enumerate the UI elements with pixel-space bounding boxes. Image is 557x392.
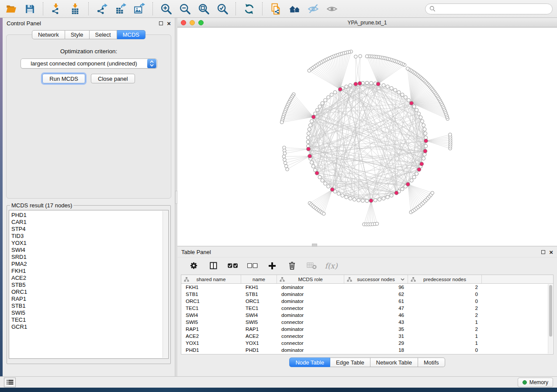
run-mcds-button[interactable]: Run MCDS [42, 74, 85, 83]
mcds-result-item[interactable]: SWI5 [11, 309, 168, 316]
column-header-shared-name[interactable]: shared name [181, 275, 241, 283]
mcds-result-item[interactable]: TID3 [11, 233, 168, 240]
cell-MCDS-role[interactable]: dominator [277, 299, 344, 304]
tab-mcds[interactable]: MCDS [117, 30, 145, 39]
delete-column-button[interactable] [286, 260, 298, 272]
hide-selected-button[interactable] [307, 2, 320, 15]
table-row[interactable]: STB1STB1dominator620 [181, 291, 553, 298]
table-settings-button[interactable] [188, 260, 199, 272]
table-row[interactable]: SWI5SWI5connector431 [181, 319, 553, 326]
save-session-button[interactable] [23, 2, 36, 15]
column-header-name[interactable]: name [241, 275, 277, 283]
cell-MCDS-role[interactable]: connector [277, 340, 344, 346]
mcds-result-item[interactable]: STB1 [11, 303, 168, 309]
mcds-result-item[interactable]: ACE2 [11, 275, 168, 282]
first-neighbors-button[interactable] [288, 2, 301, 15]
cell-shared-name[interactable]: FKH1 [181, 285, 241, 290]
cell-predecessor-nodes[interactable]: 2 [408, 285, 482, 290]
cell-predecessor-nodes[interactable]: 0 [408, 299, 482, 304]
cell-successor-nodes[interactable]: 43 [344, 320, 408, 325]
cell-MCDS-role[interactable]: dominator [277, 285, 344, 290]
table-row[interactable]: TEC1TEC1connector472 [181, 305, 553, 312]
scrollbar-thumb[interactable] [549, 285, 552, 337]
float-table-panel-button[interactable] [541, 250, 545, 254]
show-columns-button[interactable] [208, 260, 219, 272]
table-row[interactable]: RAP1RAP1dominator352 [181, 326, 553, 333]
cell-successor-nodes[interactable]: 29 [344, 340, 408, 346]
mcds-result-item[interactable]: TEC1 [11, 316, 168, 323]
network-canvas[interactable] [177, 28, 557, 246]
table-row[interactable]: ORC1ORC1dominator610 [181, 298, 553, 305]
zoom-in-button[interactable] [159, 2, 173, 15]
network-window-titlebar[interactable]: YPA_prune.txt_1 [177, 18, 557, 28]
mcds-result-item[interactable]: SWI4 [11, 247, 168, 254]
network-graph[interactable] [177, 28, 557, 246]
open-file-button[interactable] [4, 2, 17, 15]
table-row[interactable]: PHD1PHD1dominator180 [181, 347, 553, 354]
delete-table-button[interactable] [306, 260, 317, 272]
import-table-button[interactable] [69, 2, 82, 15]
cell-shared-name[interactable]: STB1 [181, 292, 241, 297]
cell-name[interactable]: PHD1 [241, 347, 277, 353]
cell-predecessor-nodes[interactable]: 0 [408, 347, 482, 353]
cell-shared-name[interactable]: SWI4 [181, 313, 241, 318]
import-network-button[interactable] [50, 2, 63, 15]
zoom-selected-button[interactable] [216, 2, 229, 15]
tab-style[interactable]: Style [65, 30, 90, 39]
cell-successor-nodes[interactable]: 46 [344, 313, 408, 318]
close-table-panel-button[interactable]: × [549, 250, 553, 254]
cell-shared-name[interactable]: RAP1 [181, 327, 241, 332]
cell-name[interactable]: RAP1 [241, 327, 277, 332]
table-row[interactable]: SWI4SWI4dominator462 [181, 312, 553, 319]
table-tab-edge-table[interactable]: Edge Table [330, 358, 370, 367]
cell-MCDS-role[interactable]: dominator [277, 292, 344, 297]
cell-successor-nodes[interactable]: 31 [344, 334, 408, 339]
export-image-button[interactable] [133, 2, 146, 15]
cell-predecessor-nodes[interactable]: 0 [408, 292, 482, 297]
column-header-successor-nodes[interactable]: successor nodes [344, 275, 408, 283]
mcds-result-item[interactable]: PMA2 [11, 261, 168, 268]
cell-MCDS-role[interactable]: dominator [277, 347, 344, 353]
show-all-button[interactable] [325, 2, 339, 15]
cell-MCDS-role[interactable]: dominator [277, 313, 344, 318]
cell-name[interactable]: SWI4 [241, 313, 277, 318]
cell-MCDS-role[interactable]: connector [277, 306, 344, 311]
export-network-button[interactable] [95, 2, 108, 15]
cell-name[interactable]: STB1 [241, 292, 277, 297]
mcds-result-item[interactable]: RAP1 [11, 296, 168, 303]
cell-MCDS-role[interactable]: dominator [277, 327, 344, 332]
cell-name[interactable]: YOX1 [241, 340, 277, 346]
mcds-result-item[interactable]: PHD1 [11, 212, 168, 219]
table-row[interactable]: ACE2ACE2connector311 [181, 333, 553, 340]
cell-shared-name[interactable]: ACE2 [181, 334, 241, 339]
cell-predecessor-nodes[interactable]: 1 [408, 320, 482, 325]
memory-button[interactable]: Memory [518, 378, 553, 387]
cell-successor-nodes[interactable]: 62 [344, 292, 408, 297]
cell-successor-nodes[interactable]: 35 [344, 327, 408, 332]
search-field[interactable] [425, 3, 553, 14]
cell-successor-nodes[interactable]: 61 [344, 299, 408, 304]
export-table-button[interactable] [114, 2, 127, 15]
cell-predecessor-nodes[interactable]: 1 [408, 334, 482, 339]
cell-name[interactable]: FKH1 [241, 285, 277, 290]
tab-select[interactable]: Select [90, 30, 117, 39]
mcds-result-list[interactable]: PHD1CAR1STP4TID3YOX1SWI4SRD1PMA2FKH1ACE2… [9, 210, 169, 359]
table-tab-network-table[interactable]: Network Table [370, 358, 418, 367]
column-header-MCDS-role[interactable]: MCDS role [277, 275, 344, 283]
close-panel-button-mcds[interactable]: Close panel [91, 74, 135, 83]
zoom-out-button[interactable] [178, 2, 191, 15]
cell-MCDS-role[interactable]: connector [277, 334, 344, 339]
select-all-rows-button[interactable] [227, 260, 239, 272]
cell-predecessor-nodes[interactable]: 1 [408, 340, 482, 346]
close-panel-button[interactable]: × [167, 21, 171, 25]
zoom-fit-button[interactable] [197, 2, 210, 15]
mcds-result-item[interactable]: STB5 [11, 282, 168, 289]
cell-name[interactable]: SWI5 [241, 320, 277, 325]
mcds-result-item[interactable]: ORC1 [11, 289, 168, 296]
cell-predecessor-nodes[interactable]: 2 [408, 313, 482, 318]
mcds-result-item[interactable]: FKH1 [11, 268, 168, 275]
table-row[interactable]: YOX1YOX1connector291 [181, 340, 553, 347]
table-scrollbar[interactable] [548, 284, 553, 354]
cell-name[interactable]: TEC1 [241, 306, 277, 311]
table-row[interactable]: FKH1FKH1dominator962 [181, 284, 553, 291]
